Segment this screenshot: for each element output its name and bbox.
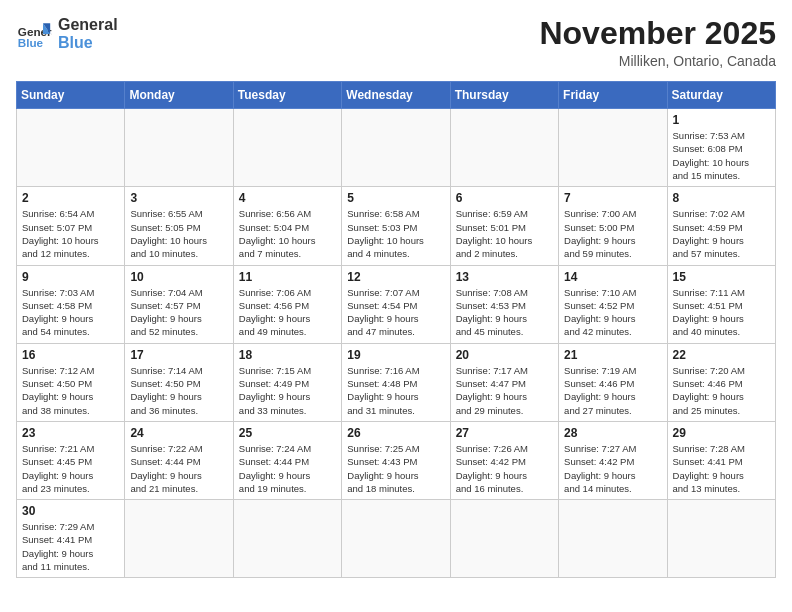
day-cell (342, 109, 450, 187)
week-row-3: 9Sunrise: 7:03 AM Sunset: 4:58 PM Daylig… (17, 265, 776, 343)
day-info: Sunrise: 7:24 AM Sunset: 4:44 PM Dayligh… (239, 442, 336, 495)
day-cell: 6Sunrise: 6:59 AM Sunset: 5:01 PM Daylig… (450, 187, 558, 265)
weekday-header-sunday: Sunday (17, 82, 125, 109)
day-info: Sunrise: 7:25 AM Sunset: 4:43 PM Dayligh… (347, 442, 444, 495)
day-number: 23 (22, 426, 119, 440)
day-cell: 30Sunrise: 7:29 AM Sunset: 4:41 PM Dayli… (17, 500, 125, 578)
day-number: 30 (22, 504, 119, 518)
day-number: 19 (347, 348, 444, 362)
day-number: 15 (673, 270, 770, 284)
day-info: Sunrise: 7:06 AM Sunset: 4:56 PM Dayligh… (239, 286, 336, 339)
logo-general-text: General (58, 16, 118, 34)
day-number: 17 (130, 348, 227, 362)
day-info: Sunrise: 7:28 AM Sunset: 4:41 PM Dayligh… (673, 442, 770, 495)
day-number: 26 (347, 426, 444, 440)
day-cell (342, 500, 450, 578)
page-header: General Blue General Blue November 2025 … (16, 16, 776, 69)
day-info: Sunrise: 7:04 AM Sunset: 4:57 PM Dayligh… (130, 286, 227, 339)
day-number: 10 (130, 270, 227, 284)
day-info: Sunrise: 6:59 AM Sunset: 5:01 PM Dayligh… (456, 207, 553, 260)
day-cell: 26Sunrise: 7:25 AM Sunset: 4:43 PM Dayli… (342, 421, 450, 499)
day-info: Sunrise: 7:08 AM Sunset: 4:53 PM Dayligh… (456, 286, 553, 339)
day-cell: 18Sunrise: 7:15 AM Sunset: 4:49 PM Dayli… (233, 343, 341, 421)
day-info: Sunrise: 7:10 AM Sunset: 4:52 PM Dayligh… (564, 286, 661, 339)
day-cell (450, 500, 558, 578)
day-number: 25 (239, 426, 336, 440)
day-info: Sunrise: 7:21 AM Sunset: 4:45 PM Dayligh… (22, 442, 119, 495)
day-number: 11 (239, 270, 336, 284)
day-number: 14 (564, 270, 661, 284)
weekday-header-row: SundayMondayTuesdayWednesdayThursdayFrid… (17, 82, 776, 109)
day-cell: 8Sunrise: 7:02 AM Sunset: 4:59 PM Daylig… (667, 187, 775, 265)
day-number: 22 (673, 348, 770, 362)
calendar-table: SundayMondayTuesdayWednesdayThursdayFrid… (16, 81, 776, 578)
day-number: 2 (22, 191, 119, 205)
day-cell: 10Sunrise: 7:04 AM Sunset: 4:57 PM Dayli… (125, 265, 233, 343)
day-info: Sunrise: 7:00 AM Sunset: 5:00 PM Dayligh… (564, 207, 661, 260)
logo-blue-text: Blue (58, 34, 118, 52)
day-info: Sunrise: 6:58 AM Sunset: 5:03 PM Dayligh… (347, 207, 444, 260)
day-cell (667, 500, 775, 578)
day-cell: 11Sunrise: 7:06 AM Sunset: 4:56 PM Dayli… (233, 265, 341, 343)
day-info: Sunrise: 7:27 AM Sunset: 4:42 PM Dayligh… (564, 442, 661, 495)
day-info: Sunrise: 6:56 AM Sunset: 5:04 PM Dayligh… (239, 207, 336, 260)
day-cell: 19Sunrise: 7:16 AM Sunset: 4:48 PM Dayli… (342, 343, 450, 421)
week-row-1: 1Sunrise: 7:53 AM Sunset: 6:08 PM Daylig… (17, 109, 776, 187)
day-info: Sunrise: 6:55 AM Sunset: 5:05 PM Dayligh… (130, 207, 227, 260)
day-number: 24 (130, 426, 227, 440)
day-cell: 17Sunrise: 7:14 AM Sunset: 4:50 PM Dayli… (125, 343, 233, 421)
day-number: 18 (239, 348, 336, 362)
weekday-header-wednesday: Wednesday (342, 82, 450, 109)
day-info: Sunrise: 6:54 AM Sunset: 5:07 PM Dayligh… (22, 207, 119, 260)
day-cell: 14Sunrise: 7:10 AM Sunset: 4:52 PM Dayli… (559, 265, 667, 343)
day-cell (559, 109, 667, 187)
weekday-header-saturday: Saturday (667, 82, 775, 109)
day-cell: 5Sunrise: 6:58 AM Sunset: 5:03 PM Daylig… (342, 187, 450, 265)
day-cell: 1Sunrise: 7:53 AM Sunset: 6:08 PM Daylig… (667, 109, 775, 187)
day-number: 3 (130, 191, 227, 205)
day-info: Sunrise: 7:14 AM Sunset: 4:50 PM Dayligh… (130, 364, 227, 417)
week-row-2: 2Sunrise: 6:54 AM Sunset: 5:07 PM Daylig… (17, 187, 776, 265)
weekday-header-thursday: Thursday (450, 82, 558, 109)
day-cell: 12Sunrise: 7:07 AM Sunset: 4:54 PM Dayli… (342, 265, 450, 343)
day-cell (559, 500, 667, 578)
day-cell (17, 109, 125, 187)
day-info: Sunrise: 7:20 AM Sunset: 4:46 PM Dayligh… (673, 364, 770, 417)
day-cell: 7Sunrise: 7:00 AM Sunset: 5:00 PM Daylig… (559, 187, 667, 265)
day-cell: 23Sunrise: 7:21 AM Sunset: 4:45 PM Dayli… (17, 421, 125, 499)
day-info: Sunrise: 7:03 AM Sunset: 4:58 PM Dayligh… (22, 286, 119, 339)
day-cell (125, 500, 233, 578)
day-number: 16 (22, 348, 119, 362)
day-cell: 25Sunrise: 7:24 AM Sunset: 4:44 PM Dayli… (233, 421, 341, 499)
day-cell: 2Sunrise: 6:54 AM Sunset: 5:07 PM Daylig… (17, 187, 125, 265)
weekday-header-tuesday: Tuesday (233, 82, 341, 109)
title-block: November 2025 Milliken, Ontario, Canada (539, 16, 776, 69)
day-cell (233, 109, 341, 187)
month-title: November 2025 (539, 16, 776, 51)
day-info: Sunrise: 7:26 AM Sunset: 4:42 PM Dayligh… (456, 442, 553, 495)
day-number: 9 (22, 270, 119, 284)
day-number: 21 (564, 348, 661, 362)
day-number: 27 (456, 426, 553, 440)
day-cell: 28Sunrise: 7:27 AM Sunset: 4:42 PM Dayli… (559, 421, 667, 499)
day-cell: 13Sunrise: 7:08 AM Sunset: 4:53 PM Dayli… (450, 265, 558, 343)
day-info: Sunrise: 7:12 AM Sunset: 4:50 PM Dayligh… (22, 364, 119, 417)
day-cell: 20Sunrise: 7:17 AM Sunset: 4:47 PM Dayli… (450, 343, 558, 421)
day-cell: 24Sunrise: 7:22 AM Sunset: 4:44 PM Dayli… (125, 421, 233, 499)
day-number: 4 (239, 191, 336, 205)
day-info: Sunrise: 7:53 AM Sunset: 6:08 PM Dayligh… (673, 129, 770, 182)
day-cell: 4Sunrise: 6:56 AM Sunset: 5:04 PM Daylig… (233, 187, 341, 265)
day-cell: 29Sunrise: 7:28 AM Sunset: 4:41 PM Dayli… (667, 421, 775, 499)
svg-text:Blue: Blue (18, 36, 44, 49)
day-cell: 16Sunrise: 7:12 AM Sunset: 4:50 PM Dayli… (17, 343, 125, 421)
day-cell: 21Sunrise: 7:19 AM Sunset: 4:46 PM Dayli… (559, 343, 667, 421)
day-info: Sunrise: 7:19 AM Sunset: 4:46 PM Dayligh… (564, 364, 661, 417)
day-info: Sunrise: 7:11 AM Sunset: 4:51 PM Dayligh… (673, 286, 770, 339)
day-number: 28 (564, 426, 661, 440)
day-cell: 3Sunrise: 6:55 AM Sunset: 5:05 PM Daylig… (125, 187, 233, 265)
location-subtitle: Milliken, Ontario, Canada (539, 53, 776, 69)
weekday-header-monday: Monday (125, 82, 233, 109)
week-row-5: 23Sunrise: 7:21 AM Sunset: 4:45 PM Dayli… (17, 421, 776, 499)
day-number: 13 (456, 270, 553, 284)
logo-icon: General Blue (16, 16, 52, 52)
